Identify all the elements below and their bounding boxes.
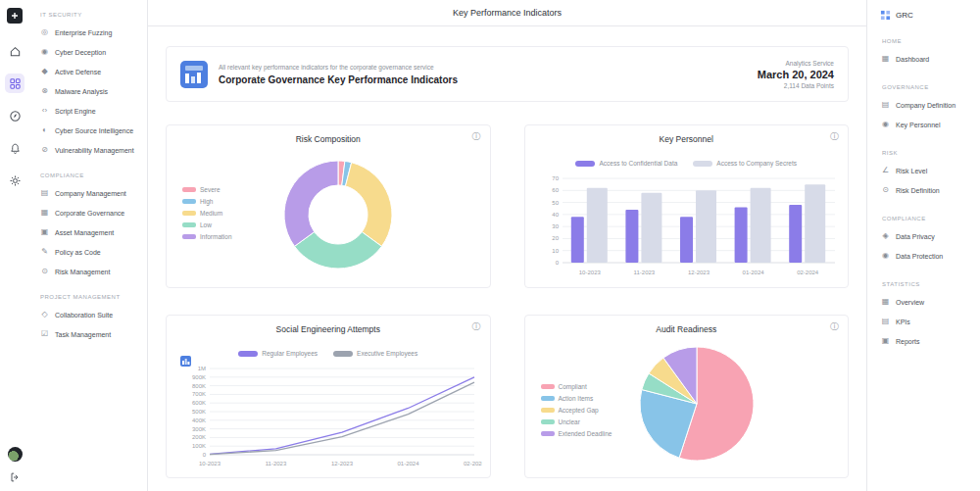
nav-item-label: Cyber Deception: [55, 49, 106, 56]
chart-area: SevereHighMediumLowInformation: [167, 125, 490, 287]
nav-item-label: KPIs: [896, 319, 910, 325]
home-icon[interactable]: [5, 41, 24, 61]
legend-swatch: [541, 408, 555, 413]
charts-grid: Risk Composition ⓘ SevereHighMediumLowIn…: [166, 124, 849, 478]
nav-item-kpis[interactable]: ▤KPIs: [877, 312, 974, 331]
svg-text:50: 50: [552, 200, 559, 206]
svg-text:500K: 500K: [192, 409, 206, 415]
key-personnel-icon: ◉: [880, 121, 891, 128]
nav-item-label: Dashboard: [896, 56, 929, 63]
legend-swatch: [182, 199, 196, 204]
nav-item-vulnerability-management[interactable]: ⊘Vulnerability Management: [35, 140, 143, 160]
svg-text:30: 30: [552, 223, 559, 229]
legend-item-low: Low: [182, 221, 232, 228]
legend-item-access-to-confidential-data: Access to Confidential Data: [575, 160, 677, 167]
nav-item-script-engine[interactable]: ‹›Script Engine: [35, 101, 143, 121]
nav-item-policy-as-code[interactable]: ✎Policy as Code: [35, 242, 143, 262]
nav-item-task-management[interactable]: ☑Task Management: [35, 324, 143, 344]
legend-swatch: [238, 351, 258, 357]
apps-icon[interactable]: [5, 74, 24, 93]
svg-text:01-2024: 01-2024: [742, 270, 764, 275]
context-sidebar: GRC HOME▦DashboardGOVERNANCE▤Company Def…: [867, 0, 980, 491]
kpi-banner-icon: [180, 61, 208, 88]
legend-label: High: [200, 198, 213, 205]
nav-item-company-management[interactable]: ▤Company Management: [35, 183, 143, 203]
nav-item-cyber-source-intelligence[interactable]: ◐Cyber Source Intelligence: [35, 121, 143, 140]
nav-item-data-privacy[interactable]: ◈Data Privacy: [877, 226, 974, 246]
svg-text:100K: 100K: [192, 443, 206, 449]
chart-legend: Access to Confidential DataAccess to Com…: [525, 160, 849, 167]
svg-text:0: 0: [555, 260, 559, 266]
svg-text:12-2023: 12-2023: [687, 270, 710, 275]
svg-text:10-2023: 10-2023: [578, 270, 601, 275]
legend-item-accepted-gap: Accepted Gap: [541, 407, 612, 414]
nav-item-reports[interactable]: ▣Reports: [877, 331, 974, 351]
banner-date: March 20, 2024: [758, 69, 834, 80]
slice-information: [284, 161, 338, 246]
banner-meta: Analytics Service March 20, 2024 2,114 D…: [758, 60, 834, 89]
logout-icon[interactable]: [5, 467, 24, 487]
section-title-compliance: COMPLIANCE: [40, 172, 143, 178]
collaboration-suite-icon: ◇: [39, 311, 50, 319]
svg-text:11-2023: 11-2023: [266, 461, 287, 466]
nav-item-malware-analysis[interactable]: ⊗Malware Analysis: [35, 81, 143, 101]
legend-label: Medium: [200, 210, 222, 217]
series-executive-employees: [210, 382, 474, 455]
chart-legend: Regular EmployeesExecutive Employees: [167, 350, 490, 357]
nav-item-key-personnel[interactable]: ◉Key Personnel: [877, 115, 974, 134]
legend-swatch: [541, 419, 555, 424]
legend-label: Information: [200, 233, 232, 240]
chart-area: CompliantAction ItemsAccepted GapUnclear…: [525, 316, 849, 477]
data-privacy-icon: ◈: [880, 232, 891, 240]
key-personnel-card: Key Personnel ⓘ Access to Confidential D…: [524, 124, 850, 288]
nav-item-risk-definition[interactable]: ⊙Risk Definition: [877, 180, 974, 200]
banner-datapoints: 2,114 Data Points: [758, 82, 834, 89]
legend-item-compliant: Compliant: [541, 383, 612, 390]
svg-text:400K: 400K: [192, 417, 206, 423]
gear-icon[interactable]: [5, 171, 24, 190]
legend-item-unclear: Unclear: [541, 418, 612, 425]
kpis-icon: ▤: [880, 318, 891, 325]
nav-item-overview[interactable]: ▦Overview: [877, 292, 974, 312]
legend-item-information: Information: [182, 233, 232, 240]
policy-as-code-icon: ✎: [39, 248, 50, 256]
donut-chart: [277, 154, 399, 275]
brand-label: GRC: [896, 11, 913, 20]
legend-swatch: [541, 384, 555, 389]
bell-icon[interactable]: [5, 138, 24, 158]
compass-icon[interactable]: [5, 106, 24, 125]
nav-item-dashboard[interactable]: ▦Dashboard: [877, 49, 974, 69]
overview-icon: ▦: [880, 298, 891, 306]
svg-text:700K: 700K: [192, 391, 206, 397]
nav-item-label: Data Protection: [896, 253, 943, 260]
legend-swatch: [541, 396, 555, 401]
grc-icon: [880, 10, 891, 21]
nav-item-label: Key Personnel: [896, 122, 941, 128]
nav-item-enterprise-fuzzing[interactable]: ◎Enterprise Fuzzing: [35, 23, 143, 42]
nav-item-corporate-governance[interactable]: ▦Corporate Governance: [35, 203, 143, 222]
nav-item-asset-management[interactable]: ▣Asset Management: [35, 222, 143, 242]
banner-text: All relevant key performance indicators …: [219, 64, 458, 85]
nav-item-label: Risk Definition: [896, 187, 940, 194]
nav-item-risk-management[interactable]: ⊙Risk Management: [35, 262, 143, 281]
app-logo-icon[interactable]: [5, 6, 24, 25]
nav-item-cyber-deception[interactable]: ◉Cyber Deception: [35, 42, 143, 62]
legend-label: Accepted Gap: [559, 407, 599, 414]
icon-rail: [0, 0, 29, 491]
nav-item-company-definition[interactable]: ▤Company Definition: [877, 95, 974, 115]
section-title-compliance: COMPLIANCE: [882, 216, 974, 221]
nav-item-data-protection[interactable]: ◉Data Protection: [877, 246, 974, 266]
svg-text:200K: 200K: [192, 434, 206, 440]
chart-legend: SevereHighMediumLowInformation: [182, 186, 232, 240]
user-avatar[interactable]: [8, 447, 23, 462]
nav-item-active-defense[interactable]: ◆Active Defense: [35, 62, 143, 81]
legend-item-access-to-company-secrets: Access to Company Secrets: [693, 160, 797, 167]
nav-item-label: Policy as Code: [55, 249, 101, 256]
bar-chart: 01020304050607010-202311-202312-202301-2…: [535, 172, 841, 282]
svg-text:11-2023: 11-2023: [633, 270, 655, 275]
legend-label: Access to Company Secrets: [716, 160, 797, 167]
nav-item-risk-level[interactable]: ∠Risk Level: [877, 161, 974, 180]
svg-text:02-2024: 02-2024: [797, 270, 819, 275]
nav-item-collaboration-suite[interactable]: ◇Collaboration Suite: [35, 305, 143, 324]
legend-label: Low: [200, 221, 212, 228]
